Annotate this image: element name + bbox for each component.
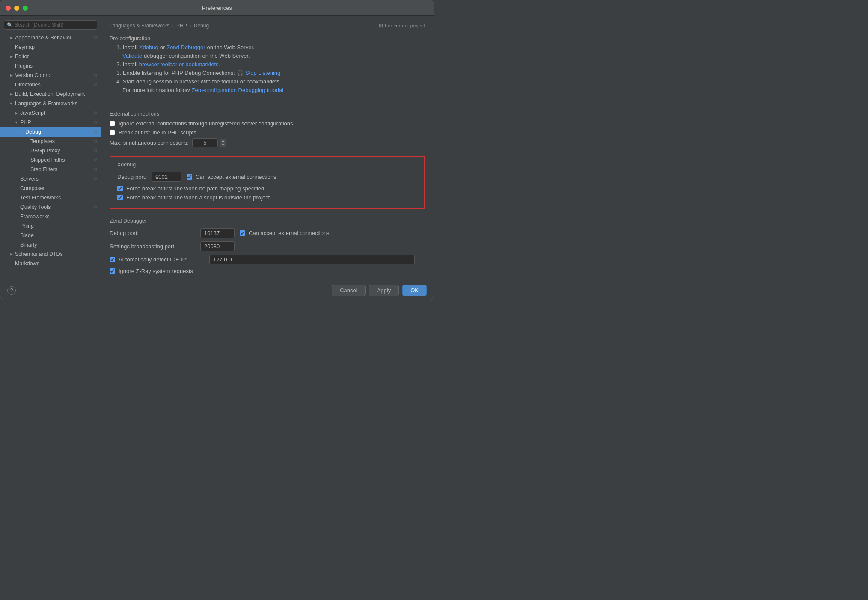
ignore-external-checkbox[interactable] bbox=[110, 121, 115, 126]
sidebar-item-composer[interactable]: Composer bbox=[0, 184, 101, 193]
sidebar-item-skipped-paths[interactable]: Skipped Paths ⧉ bbox=[0, 155, 101, 165]
sidebar-item-label: Schemas and DTDs bbox=[15, 251, 97, 257]
xdebug-link[interactable]: Xdebug bbox=[139, 44, 158, 50]
search-box[interactable]: 🔍 bbox=[4, 20, 97, 30]
triangle-icon bbox=[24, 149, 29, 153]
xdebug-force-outside-label: Force break at first line when a script … bbox=[126, 194, 270, 201]
stop-listening-button[interactable]: 🎧 Stop Listening bbox=[237, 70, 280, 76]
zend-broadcast-input[interactable] bbox=[200, 241, 235, 251]
sidebar-item-label: Step Filters bbox=[30, 166, 94, 172]
zend-port-input[interactable] bbox=[200, 228, 235, 238]
stop-listening-link[interactable]: Stop Listening bbox=[245, 70, 280, 76]
sidebar-item-label: Blade bbox=[20, 232, 97, 238]
pre-config-title: Pre-configuration bbox=[110, 36, 425, 42]
sidebar-item-label: Templates bbox=[30, 138, 94, 144]
step-num: 1. bbox=[116, 44, 121, 50]
xdebug-force-no-mapping-checkbox[interactable] bbox=[117, 186, 123, 191]
step-num: 3. bbox=[116, 70, 121, 76]
xdebug-section: Xdebug Debug port: Can accept external c… bbox=[110, 156, 425, 209]
sidebar-item-test-frameworks[interactable]: Test Frameworks bbox=[0, 193, 101, 202]
footer-buttons: Cancel Apply OK bbox=[332, 285, 427, 296]
zend-can-accept-checkbox[interactable] bbox=[240, 230, 245, 236]
sidebar-item-build-execution[interactable]: ▶ Build, Execution, Deployment bbox=[0, 89, 101, 99]
sidebar-item-directories[interactable]: Directories ⧉ bbox=[0, 80, 101, 89]
sidebar-item-frameworks[interactable]: Frameworks bbox=[0, 212, 101, 221]
sidebar-item-blade[interactable]: Blade bbox=[0, 231, 101, 240]
window-controls bbox=[6, 6, 28, 11]
spinner-up[interactable]: ▲ bbox=[220, 139, 226, 143]
close-button[interactable] bbox=[6, 6, 11, 11]
validate-link[interactable]: Validate bbox=[122, 53, 142, 59]
pre-config-step4: 4. Start debug session in browser with t… bbox=[116, 78, 425, 85]
sidebar-item-keymap[interactable]: Keymap bbox=[0, 42, 101, 52]
zend-port-label: Debug port: bbox=[110, 230, 195, 236]
triangle-icon: ▶ bbox=[9, 36, 13, 40]
sidebar-item-servers[interactable]: Servers ⧉ bbox=[0, 174, 101, 184]
sidebar-item-label: Directories bbox=[15, 82, 94, 88]
copy-icon: ⧉ bbox=[94, 167, 97, 172]
apply-button[interactable]: Apply bbox=[369, 285, 399, 296]
step-text: Start debug session in browser with the … bbox=[123, 78, 281, 85]
zend-auto-detect-checkbox[interactable] bbox=[110, 257, 115, 262]
zend-can-accept-label: Can accept external connections bbox=[249, 230, 334, 236]
triangle-icon bbox=[9, 261, 13, 266]
stop-icon: 🎧 bbox=[237, 70, 244, 76]
for-project: ⊞ For current project bbox=[379, 23, 425, 29]
ignore-external-row: Ignore external connections through unre… bbox=[110, 120, 425, 127]
xdebug-can-accept-checkbox[interactable] bbox=[187, 174, 192, 180]
sidebar-item-label: Skipped Paths bbox=[30, 157, 94, 163]
zend-can-accept-row: Can accept external connections bbox=[240, 230, 334, 236]
search-input[interactable] bbox=[15, 22, 94, 28]
triangle-icon bbox=[9, 45, 13, 49]
ok-button[interactable]: OK bbox=[402, 285, 427, 296]
minimize-button[interactable] bbox=[14, 6, 19, 11]
sidebar-item-smarty[interactable]: Smarty bbox=[0, 240, 101, 250]
sidebar-item-label: DBGp Proxy bbox=[30, 148, 94, 154]
triangle-icon: ▶ bbox=[9, 252, 13, 256]
sidebar: 🔍 ▶ Appearance & Behavior ⧉ Keymap ▶ Edi… bbox=[0, 16, 101, 281]
sidebar-item-phing[interactable]: Phing bbox=[0, 221, 101, 231]
max-connections-row: Max. simultaneous connections: ▲ ▼ bbox=[110, 138, 425, 147]
sidebar-item-templates[interactable]: Templates ⧉ bbox=[0, 137, 101, 146]
xdebug-can-accept-row: Can accept external connections bbox=[187, 174, 276, 180]
sidebar-item-quality-tools[interactable]: Quality Tools ⧉ bbox=[0, 202, 101, 212]
sidebar-item-javascript[interactable]: ▶ JavaScript ⧉ bbox=[0, 108, 101, 118]
browser-toolbar-link[interactable]: browser toolbar or bookmarklets. bbox=[139, 61, 220, 68]
sidebar-item-label: Plugins bbox=[15, 63, 97, 69]
triangle-icon: ▼ bbox=[19, 130, 24, 134]
sidebar-item-step-filters[interactable]: Step Filters ⧉ bbox=[0, 165, 101, 174]
triangle-icon: ▶ bbox=[9, 92, 13, 96]
breadcrumb-sep1: › bbox=[172, 23, 174, 29]
sidebar-item-dbgp-proxy[interactable]: DBGp Proxy ⧉ bbox=[0, 146, 101, 155]
sidebar-item-label: Appearance & Behavior bbox=[15, 35, 94, 41]
sidebar-item-appearance-behavior[interactable]: ▶ Appearance & Behavior ⧉ bbox=[0, 33, 101, 42]
max-connections-input[interactable] bbox=[192, 138, 218, 147]
cancel-button[interactable]: Cancel bbox=[332, 285, 365, 296]
sidebar-item-label: Languages & Frameworks bbox=[15, 101, 97, 107]
xdebug-port-input[interactable] bbox=[152, 172, 181, 182]
sidebar-item-schemas-dtds[interactable]: ▶ Schemas and DTDs bbox=[0, 250, 101, 259]
sidebar-item-plugins[interactable]: Plugins bbox=[0, 61, 101, 71]
content-area: 🔍 ▶ Appearance & Behavior ⧉ Keymap ▶ Edi… bbox=[0, 16, 434, 281]
zend-auto-detect-label: Automatically detect IDE IP: bbox=[119, 256, 204, 263]
sidebar-item-debug[interactable]: ▼ Debug ⧉ bbox=[0, 127, 101, 137]
xdebug-force-outside-checkbox[interactable] bbox=[117, 195, 123, 200]
copy-icon: ⧉ bbox=[94, 139, 97, 144]
sidebar-item-languages-frameworks[interactable]: ▼ Languages & Frameworks bbox=[0, 99, 101, 108]
zend-ignore-zray-checkbox[interactable] bbox=[110, 268, 115, 274]
zend-auto-detect-input[interactable] bbox=[209, 255, 415, 264]
spinner-down[interactable]: ▼ bbox=[220, 143, 226, 147]
step-num: 4. bbox=[116, 78, 121, 85]
pre-config-step3: 3. Enable listening for PHP Debug Connec… bbox=[116, 70, 425, 76]
sidebar-item-php[interactable]: ▼ PHP ⧉ bbox=[0, 118, 101, 127]
help-button[interactable]: ? bbox=[7, 286, 16, 295]
sidebar-item-editor[interactable]: ▶ Editor bbox=[0, 52, 101, 61]
sidebar-item-markdown[interactable]: Markdown bbox=[0, 259, 101, 268]
zend-auto-detect-row: Automatically detect IDE IP: bbox=[110, 255, 425, 264]
triangle-icon: ▶ bbox=[9, 73, 13, 77]
break-first-checkbox[interactable] bbox=[110, 130, 115, 135]
maximize-button[interactable] bbox=[23, 6, 28, 11]
zero-config-link[interactable]: Zero-configuration Debugging tutorial bbox=[192, 87, 284, 93]
sidebar-item-version-control[interactable]: ▶ Version Control ⧉ bbox=[0, 71, 101, 80]
zend-debugger-link[interactable]: Zend Debugger bbox=[166, 44, 205, 50]
